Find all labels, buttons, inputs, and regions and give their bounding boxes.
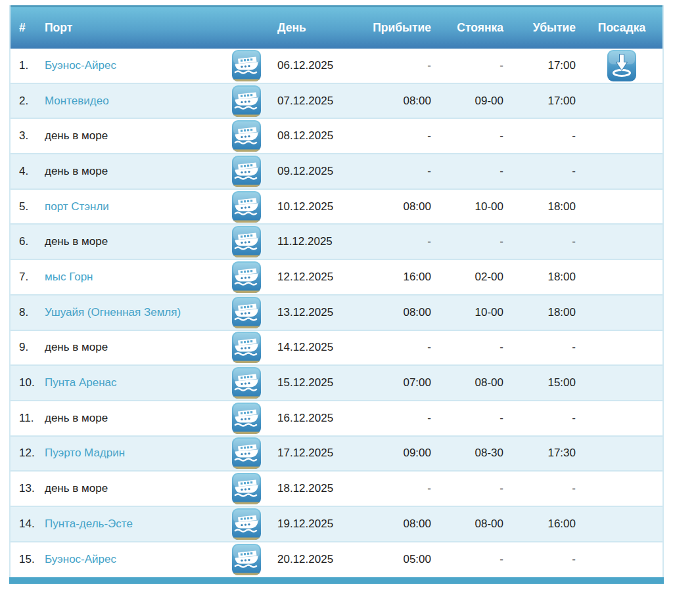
row-number: 13.: [11, 482, 39, 495]
day-date: 17.12.2025: [272, 447, 358, 460]
ship-icon: [232, 297, 261, 328]
departure-time: 17:00: [509, 95, 581, 108]
ship-icon: [232, 544, 261, 575]
ship-icon: [232, 85, 261, 117]
table-row: 10. Пунта Аренас 15.12.2025 07:00 08-00 …: [11, 366, 662, 401]
table-row: 3. день в море 08.12.2025 - - -: [11, 119, 662, 154]
column-header-day: День: [272, 21, 358, 35]
stay-duration: 08-00: [436, 517, 509, 531]
ship-icon: [232, 437, 261, 469]
arrival-time: 08:00: [358, 517, 436, 531]
port-name[interactable]: Пунта-дель-Эсте: [45, 517, 133, 530]
departure-time: -: [509, 165, 581, 178]
departure-time: -: [509, 235, 581, 248]
stay-duration: 09-00: [436, 95, 509, 108]
row-number: 11.: [11, 412, 39, 425]
day-date: 19.12.2025: [272, 517, 358, 531]
port-name[interactable]: порт Стэнли: [45, 200, 109, 213]
departure-time: 18:00: [509, 271, 581, 284]
stay-duration: 08-00: [436, 376, 509, 389]
table-row: 9. день в море 14.12.2025 - - -: [11, 331, 662, 366]
port-name: день в море: [45, 341, 108, 353]
stay-duration: -: [436, 129, 509, 143]
stay-duration: 08-30: [436, 447, 509, 460]
row-number: 15.: [11, 553, 39, 566]
column-header-port: Порт: [39, 21, 221, 35]
table-row: 7. мыс Горн 12.12.2025 16:00 02-00 18:00: [11, 260, 662, 296]
arrival-time: 16:00: [358, 271, 436, 284]
day-date: 20.12.2025: [272, 553, 358, 566]
port-name[interactable]: Ушуайя (Огненная Земля): [45, 306, 181, 319]
day-date: 18.12.2025: [272, 482, 358, 495]
day-date: 16.12.2025: [272, 412, 358, 425]
table-row: 14. Пунта-дель-Эсте 19.12.2025 08:00 08-…: [11, 507, 662, 542]
ship-icon: [232, 226, 261, 257]
arrival-time: 09:00: [358, 447, 436, 460]
table-row: 11. день в море 16.12.2025 - - -: [11, 401, 662, 437]
ship-icon: [232, 156, 261, 187]
ship-icon: [232, 332, 261, 363]
row-number: 10.: [11, 376, 39, 389]
day-date: 15.12.2025: [272, 376, 358, 389]
boarding-arrow-icon: [607, 50, 636, 81]
day-date: 06.12.2025: [272, 59, 358, 72]
port-name: день в море: [45, 412, 108, 424]
column-header-arrival: Прибытие: [358, 21, 436, 35]
ship-icon: [232, 191, 261, 223]
stay-duration: -: [436, 412, 509, 425]
arrival-time: -: [358, 129, 436, 143]
day-date: 09.12.2025: [272, 165, 358, 178]
departure-time: 17:00: [509, 59, 581, 72]
port-name: день в море: [45, 129, 108, 142]
arrival-time: 08:00: [358, 306, 436, 319]
port-name[interactable]: Буэнос-Айрес: [45, 553, 116, 565]
stay-duration: 02-00: [436, 271, 509, 284]
cruise-itinerary-table: # Порт День Прибытие Стоянка Убытие Поса…: [9, 5, 664, 584]
table-row: 2. Монтевидео 07.12.2025 08:00 09-00 17:…: [11, 84, 662, 120]
port-name[interactable]: Монтевидео: [45, 95, 109, 107]
row-number: 3.: [11, 129, 39, 143]
stay-duration: -: [436, 341, 509, 354]
arrival-time: -: [358, 341, 436, 354]
ship-icon: [232, 50, 261, 81]
row-number: 9.: [11, 341, 39, 354]
ship-icon: [232, 508, 261, 540]
row-number: 4.: [11, 165, 39, 178]
departure-time: 17:30: [509, 447, 581, 460]
arrival-time: -: [358, 165, 436, 178]
ship-icon: [232, 367, 261, 399]
port-name[interactable]: Буэнос-Айрес: [45, 59, 116, 72]
stay-duration: -: [436, 59, 509, 72]
table-row: 12. Пуэрто Мадрин 17.12.2025 09:00 08-30…: [11, 437, 662, 472]
column-header-departure: Убытие: [509, 21, 581, 35]
port-name[interactable]: Пуэрто Мадрин: [45, 447, 125, 459]
day-date: 10.12.2025: [272, 200, 358, 213]
day-date: 08.12.2025: [272, 129, 358, 143]
row-number: 2.: [11, 95, 39, 108]
departure-time: -: [509, 412, 581, 425]
ship-icon: [232, 403, 261, 434]
ship-icon: [232, 261, 261, 293]
port-name: день в море: [45, 235, 108, 248]
departure-time: 18:00: [509, 306, 581, 319]
table-row: 15. Буэнос-Айрес 20.12.2025 05:00 - -: [11, 542, 662, 578]
departure-time: 15:00: [509, 376, 581, 389]
table-row: 1. Буэнос-Айрес 06.12.2025 - - 17:00: [11, 49, 662, 84]
port-name[interactable]: мыс Горн: [45, 271, 93, 283]
departure-time: 16:00: [509, 517, 581, 531]
port-name[interactable]: Пунта Аренас: [45, 376, 116, 389]
port-name: день в море: [45, 165, 108, 177]
table-row: 5. порт Стэнли 10.12.2025 08:00 10-00 18…: [11, 190, 662, 225]
departure-time: -: [509, 341, 581, 354]
stay-duration: -: [436, 553, 509, 566]
column-header-number: #: [11, 21, 39, 35]
departure-time: -: [509, 553, 581, 566]
table-footer-bar: [9, 577, 664, 584]
day-date: 07.12.2025: [272, 95, 358, 108]
row-number: 14.: [11, 517, 39, 531]
departure-time: -: [509, 482, 581, 495]
row-number: 8.: [11, 306, 39, 319]
day-date: 12.12.2025: [272, 271, 358, 284]
table-row: 4. день в море 09.12.2025 - - -: [11, 154, 662, 190]
day-date: 13.12.2025: [272, 306, 358, 319]
